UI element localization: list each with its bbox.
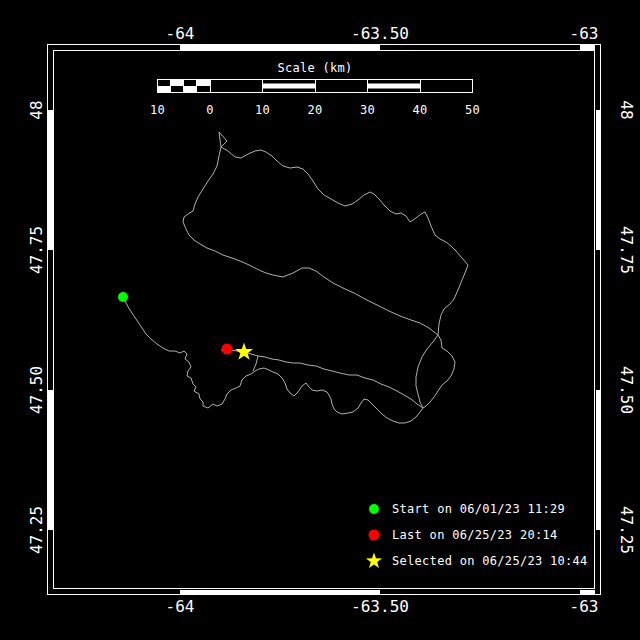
gps-track [273, 268, 438, 335]
scale-bar-stripe [263, 84, 316, 89]
axis-label: -64 [166, 26, 195, 42]
scale-bar-stripe [368, 84, 421, 89]
axis-label: 47.75 [618, 226, 634, 274]
selected-marker [235, 343, 253, 360]
legend-row-last: Last on 06/25/23 20:14 [365, 526, 588, 544]
axis-label: -64 [166, 599, 195, 615]
axis-label: 48 [618, 100, 634, 119]
axis-label: 0 [206, 104, 214, 117]
gps-track [253, 356, 258, 371]
axis-label: 10 [150, 104, 165, 117]
track-map-window: -64-63.50-63 -64-63.50-63 4847.7547.5047… [0, 0, 640, 640]
start-marker-icon [365, 500, 383, 518]
gps-track [438, 265, 468, 335]
gps-track [219, 132, 227, 147]
legend-row-selected: Selected on 06/25/23 10:44 [365, 552, 588, 570]
axis-label: 48 [29, 100, 45, 119]
axis-label: 47.25 [618, 506, 634, 554]
axis-label: -63.50 [351, 26, 409, 42]
axis-label: 50 [465, 104, 480, 117]
axis-label: 47.50 [29, 366, 45, 414]
scale-bar-checker [171, 80, 184, 87]
legend-label-selected: Selected on 06/25/23 10:44 [392, 554, 588, 568]
legend-row-start: Start on 06/01/23 11:29 [365, 500, 588, 518]
scale-bar-checker [197, 80, 210, 87]
start-marker [118, 292, 128, 302]
frame-zebra-segment [48, 390, 53, 530]
legend-label-last: Last on 06/25/23 20:14 [392, 528, 558, 542]
selected-marker-icon [365, 552, 383, 570]
gps-track [416, 335, 455, 408]
axis-label: 47.25 [29, 506, 45, 554]
legend: Start on 06/01/23 11:29 Last on 06/25/23… [365, 500, 588, 578]
axis-label: -63.50 [351, 599, 409, 615]
axis-label: 10 [255, 104, 270, 117]
scale-bar-checker [158, 86, 171, 93]
axis-label: 40 [412, 104, 427, 117]
gps-track [123, 297, 423, 423]
last-marker-icon [365, 526, 383, 544]
axis-label: 20 [307, 104, 322, 117]
axis-label: 47.50 [618, 366, 634, 414]
gps-track [221, 147, 468, 265]
axis-label: 30 [360, 104, 375, 117]
axis-label: -63 [570, 26, 599, 42]
frame-zebra-segment [180, 45, 380, 50]
gps-track [183, 147, 273, 275]
frame-zebra-segment [580, 45, 595, 50]
scale-bar-checker [184, 86, 197, 93]
gps-track [221, 350, 423, 408]
frame-zebra-segment [48, 110, 53, 250]
scale-bar-title: Scale (km) [277, 62, 352, 75]
last-marker [222, 344, 233, 355]
axis-label: -63 [570, 599, 599, 615]
axis-label: 47.75 [29, 226, 45, 274]
legend-label-start: Start on 06/01/23 11:29 [392, 502, 565, 516]
